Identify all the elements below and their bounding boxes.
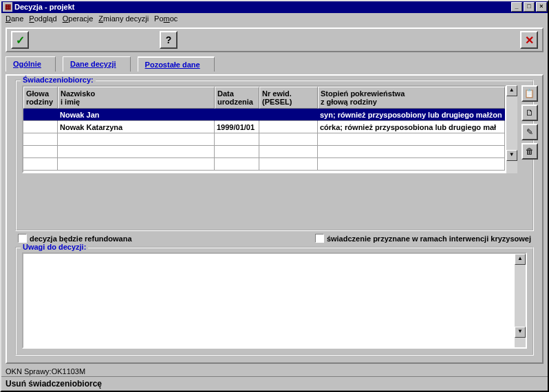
scroll-down-icon[interactable]: ▼ — [515, 327, 526, 338]
checkbox-icon — [315, 234, 324, 243]
table-scrollbar[interactable]: ▲ ▼ — [506, 85, 517, 173]
tabstrip: Ogólnie Dane decyzji Pozostałe dane — [6, 56, 543, 72]
table-row[interactable]: Nowak Katarzyna 1999/01/01 córka; równie… — [23, 121, 505, 133]
maximize-button[interactable]: □ — [524, 2, 535, 12]
menu-dane[interactable]: Dane — [6, 14, 23, 23]
recipients-table[interactable]: Głowarodziny Nazwiskoi imię Dataurodzeni… — [22, 85, 506, 173]
ok-button[interactable]: ✓ — [11, 31, 29, 49]
group-recipients-legend: Świadczeniobiorcy: — [21, 76, 96, 84]
edit-icon: ✎ — [526, 127, 533, 137]
menu-pomoc[interactable]: Pomoc — [154, 14, 177, 23]
crisis-intervention-checkbox[interactable]: świadczenie przyznane w ramach interwenc… — [315, 234, 531, 243]
question-icon: ? — [166, 34, 172, 45]
checkbox-icon — [18, 234, 27, 243]
textarea-scrollbar[interactable]: ▲ ▼ — [515, 254, 526, 347]
refund-checkbox[interactable]: decyzja będzie refundowana — [18, 234, 132, 243]
group-remarks-legend: Uwagi do decyzji: — [21, 243, 88, 251]
close-button[interactable]: × — [536, 2, 547, 12]
menu-podglad[interactable]: Podgląd — [29, 14, 56, 23]
close-icon: ✕ — [525, 34, 534, 47]
copy-button[interactable]: 📋 — [521, 85, 538, 102]
app-icon: ▦ — [3, 2, 12, 12]
menubar: Dane Podgląd Operacje Zmiany decyzji Pom… — [1, 13, 548, 25]
scroll-down-icon[interactable]: ▼ — [506, 150, 517, 161]
minimize-button[interactable]: _ — [511, 2, 522, 12]
table-row[interactable]: Nowak Jan syn; również przysposobiony lu… — [23, 109, 505, 121]
toolbar: ✓ ? ✕ — [6, 28, 543, 52]
edit-button[interactable]: ✎ — [521, 124, 538, 140]
new-button[interactable]: 🗋 — [521, 105, 538, 121]
titlebar: ▦ Decyzja - projekt _ □ × — [1, 1, 548, 13]
copy-icon: 📋 — [524, 89, 535, 98]
document-icon: 🗋 — [526, 108, 534, 118]
cancel-button[interactable]: ✕ — [520, 31, 538, 49]
tab-pozostale-dane[interactable]: Pozostałe dane — [138, 56, 215, 72]
menu-zmiany[interactable]: Zmiany decyzji — [98, 14, 149, 23]
check-icon: ✓ — [16, 34, 25, 47]
menu-operacje[interactable]: Operacje — [63, 14, 94, 23]
delete-button[interactable]: 🗑 — [521, 143, 538, 160]
scroll-up-icon[interactable]: ▲ — [506, 85, 517, 96]
help-button[interactable]: ? — [160, 31, 177, 49]
scroll-up-icon[interactable]: ▲ — [515, 254, 526, 265]
tab-ogolnie[interactable]: Ogólnie — [6, 56, 56, 72]
tab-dane-decyzji[interactable]: Dane decyzji — [63, 56, 131, 72]
remarks-textarea[interactable]: ▲ ▼ — [22, 252, 527, 349]
okn-status: OKN Sprawy:OK1103M — [1, 367, 548, 376]
trash-icon: 🗑 — [526, 146, 534, 156]
window-title: Decyzja - projekt — [14, 3, 74, 11]
status-bar: Usuń świadczeniobiorcę — [1, 376, 548, 391]
